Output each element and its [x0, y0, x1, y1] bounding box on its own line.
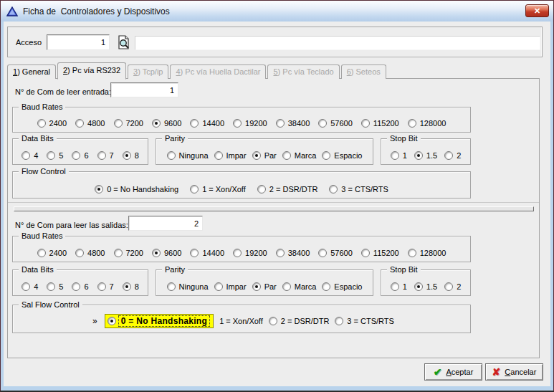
radio-label: 5: [59, 151, 63, 160]
close-button[interactable]: ✕: [525, 4, 549, 17]
sal-flow-control-group: Sal Flow Control »0 = No Handshaking1 = …: [12, 305, 471, 333]
radio-1-5[interactable]: 1.5: [414, 151, 437, 160]
radio-115200[interactable]: 115200: [361, 119, 399, 128]
radio-2[interactable]: 2: [444, 282, 461, 291]
tab-label: ) Pc vía RS232: [67, 66, 120, 75]
radio-impar[interactable]: Impar: [214, 282, 247, 291]
radio-1[interactable]: 1: [391, 282, 407, 291]
radio-button-icon: [75, 249, 84, 257]
radio-14400[interactable]: 14400: [190, 119, 224, 128]
flow-control-group-entrada: Flow Control 0 = No Handshaking1 = Xon/X…: [12, 171, 471, 199]
radio-2400[interactable]: 2400: [37, 119, 67, 128]
radio-ninguna[interactable]: Ninguna: [167, 282, 209, 291]
radio-label: Impar: [226, 282, 247, 291]
radio-6[interactable]: 6: [72, 151, 88, 160]
radio-4[interactable]: 4: [22, 282, 38, 291]
tab-label: ) Pc vía Huella Dactilar: [181, 67, 261, 76]
radio-38400[interactable]: 38400: [276, 119, 310, 128]
radio-label: 2 = DSR/DTR: [269, 185, 318, 193]
radio-115200[interactable]: 115200: [361, 249, 399, 257]
radio-6[interactable]: 6: [72, 282, 88, 291]
radio-marca[interactable]: Marca: [282, 282, 317, 291]
radio-7200[interactable]: 7200: [114, 119, 143, 128]
com-entrada-label: N° de Com de leer entrada:: [15, 87, 111, 96]
com-entrada-input[interactable]: [110, 82, 178, 97]
radio-128000[interactable]: 128000: [408, 119, 446, 128]
radio-7[interactable]: 7: [97, 282, 114, 291]
radio-5[interactable]: 5: [47, 151, 63, 160]
radio-label: 1.5: [426, 151, 437, 160]
radio-button-icon: [167, 282, 176, 291]
radio-0-no-handshaking[interactable]: 0 = No Handshaking: [95, 185, 178, 193]
acceso-description-field: [135, 36, 540, 50]
radio-ninguna[interactable]: Ninguna: [167, 151, 209, 160]
radio-label: 4800: [87, 119, 105, 128]
radio-8[interactable]: 8: [123, 151, 139, 160]
radio-19200[interactable]: 19200: [233, 249, 267, 257]
radio-1[interactable]: 1: [391, 151, 407, 160]
radio-2[interactable]: 2: [444, 151, 461, 160]
radio-57600[interactable]: 57600: [318, 119, 353, 128]
radio-7[interactable]: 7: [97, 151, 114, 160]
radio-128000[interactable]: 128000: [408, 249, 446, 257]
radio-1-xon-xoff[interactable]: 1 = Xon/Xoff: [219, 317, 263, 325]
radio-label: 0 = No Handshaking: [107, 185, 178, 193]
radio-impar[interactable]: Impar: [214, 151, 247, 160]
aceptar-button[interactable]: ✔ Aceptar: [424, 363, 482, 381]
radio-7200[interactable]: 7200: [114, 249, 143, 257]
radio-button-icon: [114, 249, 123, 257]
radio-label: Impar: [226, 151, 247, 160]
radio-label: 2: [457, 282, 461, 291]
tab-5-pc-v-a-teclado: 5) Pc vía Teclado: [267, 64, 339, 79]
radio-button-icon: [72, 151, 80, 160]
radio-button-icon: [233, 119, 242, 128]
radio-4800[interactable]: 4800: [75, 119, 105, 128]
radio-button-icon: [47, 282, 55, 291]
radio-8[interactable]: 8: [123, 282, 139, 291]
radio-par[interactable]: Par: [252, 151, 277, 160]
radio-button-icon: [22, 282, 30, 291]
radio-label: 4: [34, 151, 38, 160]
radio-marca[interactable]: Marca: [282, 151, 317, 160]
tab-2-pc-v-a-rs232[interactable]: 2) Pc vía RS232: [57, 62, 126, 80]
radio-14400[interactable]: 14400: [190, 249, 224, 257]
radio-espacio[interactable]: Espacio: [322, 151, 362, 160]
browse-record-button[interactable]: [115, 34, 133, 51]
radio-9600[interactable]: 9600: [152, 249, 181, 257]
radio-2-dsr-dtr[interactable]: 2 = DSR/DTR: [269, 317, 330, 325]
radio-4[interactable]: 4: [22, 151, 38, 160]
com-salidas-input[interactable]: [128, 216, 203, 231]
radio-57600[interactable]: 57600: [318, 249, 353, 257]
radio-button-icon: [408, 249, 416, 257]
radio-button-icon: [391, 151, 399, 160]
radio-2400[interactable]: 2400: [37, 249, 67, 257]
radio-label: 4: [34, 282, 38, 291]
radio-3-cts-rts[interactable]: 3 = CTS/RTS: [335, 317, 394, 325]
acceso-input[interactable]: [47, 34, 110, 50]
stop-bit-group-salidas: Stop Bit 11.52: [381, 269, 471, 296]
radio-3-cts-rts[interactable]: 3 = CTS/RTS: [329, 185, 388, 193]
radio-button-icon: [95, 185, 103, 193]
radio-0-no-handshaking[interactable]: 0 = No Handshaking: [105, 314, 214, 328]
radio-button-icon: [318, 249, 327, 257]
tab-1-general[interactable]: 1) General: [7, 64, 56, 79]
tab-4-pc-v-a-huella-dactilar: 4) Pc vía Huella Dactilar: [170, 64, 266, 79]
radio-espacio[interactable]: Espacio: [322, 282, 362, 291]
radio-19200[interactable]: 19200: [233, 119, 267, 128]
radio-button-icon: [444, 282, 453, 291]
radio-1-5[interactable]: 1.5: [414, 282, 437, 291]
cancelar-button[interactable]: ✘ Cancelar: [485, 363, 543, 381]
radio-button-icon: [444, 151, 453, 160]
radio-button-icon: [123, 151, 131, 160]
radio-9600[interactable]: 9600: [152, 119, 181, 128]
group-title: Stop Bit: [387, 265, 421, 274]
radio-button-icon: [108, 317, 116, 325]
radio-38400[interactable]: 38400: [276, 249, 310, 257]
radio-1-xon-xoff[interactable]: 1 = Xon/Xoff: [190, 185, 246, 193]
parity-group-entrada: Parity NingunaImparParMarcaEspacio: [156, 138, 373, 165]
radio-5[interactable]: 5: [47, 282, 63, 291]
radio-par[interactable]: Par: [252, 282, 277, 291]
radio-2-dsr-dtr[interactable]: 2 = DSR/DTR: [257, 185, 318, 193]
group-title: Data Bits: [19, 265, 57, 274]
radio-4800[interactable]: 4800: [75, 249, 105, 257]
